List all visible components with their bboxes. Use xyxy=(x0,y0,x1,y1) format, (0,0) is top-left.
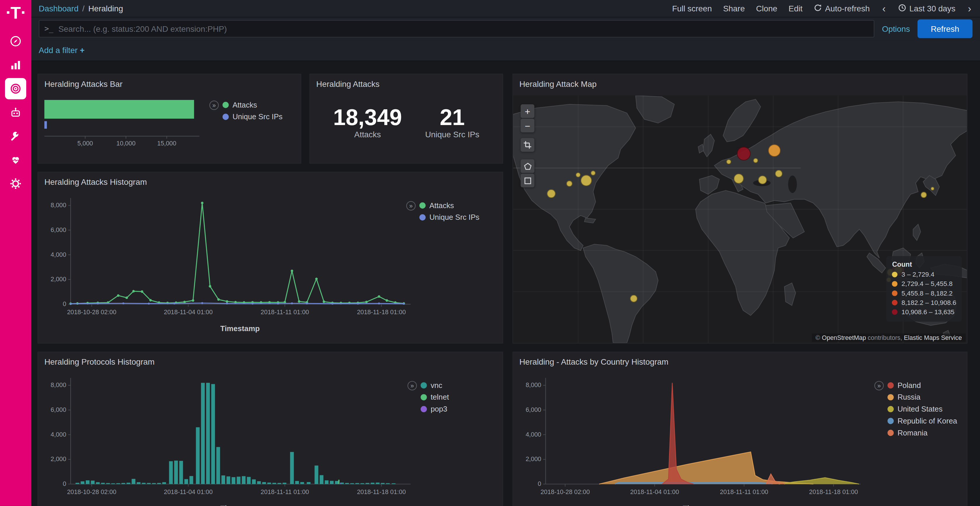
country-histogram-chart[interactable]: 02,0004,0006,0008,0002018-10-28 02:00201… xyxy=(517,373,867,500)
svg-text:2,000: 2,000 xyxy=(526,455,541,463)
legend-item[interactable]: Attacks xyxy=(223,101,283,109)
sidebar-item-dashboard[interactable] xyxy=(5,31,26,52)
options-link[interactable]: Options xyxy=(882,24,910,33)
sidebar-item-settings[interactable] xyxy=(5,173,26,194)
legend-item[interactable]: Unique Src IPs xyxy=(223,113,283,121)
attack-map-marker[interactable] xyxy=(566,181,572,187)
legend-color-dot xyxy=(419,202,426,208)
attack-map-marker[interactable] xyxy=(753,158,758,163)
svg-text:8,000: 8,000 xyxy=(51,202,67,209)
legend-item[interactable]: telnet xyxy=(421,393,449,402)
legend-color-dot xyxy=(223,114,229,120)
protocols-histogram-legend: »vnctelnetpop3 xyxy=(407,381,500,417)
attack-map-marker[interactable] xyxy=(734,174,744,184)
openstreetmap-link[interactable]: OpenStreetMap xyxy=(822,334,866,341)
attack-map-marker[interactable] xyxy=(737,147,751,160)
sidebar-item-health[interactable] xyxy=(5,149,26,171)
time-picker-button[interactable]: Last 30 days xyxy=(898,3,956,13)
legend-item[interactable]: pop3 xyxy=(421,405,449,414)
breadcrumb-bar: Dashboard / Heralding Full screen Share … xyxy=(31,0,980,17)
tpot-logo[interactable]: T xyxy=(7,6,24,21)
edit-button[interactable]: Edit xyxy=(789,4,803,13)
legend-label: Russia xyxy=(897,393,921,402)
attack-map-marker[interactable] xyxy=(630,295,638,302)
add-filter-link[interactable]: Add a filter + xyxy=(39,46,84,55)
map-legend-item: 10,908.6 – 13,635 xyxy=(892,308,956,316)
protocols-histogram-chart[interactable]: 02,0004,0006,0008,0002018-10-28 02:00201… xyxy=(42,373,417,500)
legend-item[interactable]: Unique Src IPs xyxy=(419,213,479,222)
legend-item[interactable]: Russia xyxy=(888,393,957,402)
refresh-button[interactable]: Refresh xyxy=(918,19,973,38)
attacks-histogram-chart[interactable]: 02,0004,0006,0008,0002018-10-28 02:00201… xyxy=(42,193,417,320)
target-icon xyxy=(10,82,22,95)
heartbeat-icon xyxy=(10,154,22,166)
attack-map-marker[interactable] xyxy=(590,171,596,176)
legend-expand-icon[interactable]: » xyxy=(874,381,884,390)
attack-map-marker[interactable] xyxy=(758,176,767,184)
search-box: >_ xyxy=(39,20,874,38)
svg-text:6,000: 6,000 xyxy=(526,406,541,413)
svg-text:15,000: 15,000 xyxy=(157,140,177,147)
box-zoom-tool-button[interactable] xyxy=(520,138,535,152)
attack-map-marker[interactable] xyxy=(775,170,783,178)
legend-item[interactable]: vnc xyxy=(421,381,449,390)
legend-label: Unique Src IPs xyxy=(430,213,479,222)
sidebar-item-security[interactable] xyxy=(5,78,26,99)
auto-refresh-button[interactable]: Auto-refresh xyxy=(814,3,870,13)
attack-map-marker[interactable] xyxy=(576,172,581,177)
full-screen-button[interactable]: Full screen xyxy=(672,4,712,13)
map-legend-color-dot xyxy=(892,271,898,277)
zoom-in-button[interactable]: + xyxy=(520,104,535,118)
attack-map-marker[interactable] xyxy=(547,189,555,198)
time-range-label: Last 30 days xyxy=(909,4,956,13)
legend-item[interactable]: Attacks xyxy=(419,201,479,210)
svg-text:6,000: 6,000 xyxy=(51,227,67,233)
elastic-maps-service-link[interactable]: Elastic Maps Service xyxy=(904,334,962,341)
legend-color-dot xyxy=(421,406,427,412)
time-forward-button[interactable]: › xyxy=(967,4,972,13)
query-prompt-icon: >_ xyxy=(45,24,53,33)
share-button[interactable]: Share xyxy=(723,4,745,13)
attack-map-marker[interactable] xyxy=(931,187,934,190)
map-attribution: © OpenStreetMap contributors, Elastic Ma… xyxy=(812,333,966,342)
panel-attacks-metric: Heralding Attacks 18,349Attacks21Unique … xyxy=(309,74,503,164)
legend-item[interactable]: United States xyxy=(888,405,957,414)
legend-item[interactable]: Poland xyxy=(888,381,957,390)
attribution-copyright: © xyxy=(816,334,822,341)
map-legend-color-dot xyxy=(892,290,898,295)
legend-expand-icon[interactable]: » xyxy=(209,101,219,110)
attack-map-marker[interactable] xyxy=(921,192,927,198)
legend-item[interactable]: Republic of Korea xyxy=(888,417,957,425)
legend-item[interactable]: Romania xyxy=(888,428,957,437)
attack-map[interactable]: + − Count 3 – 2,729.42,729.4 – 5,455.85,… xyxy=(513,95,967,343)
refresh-cycle-icon xyxy=(814,3,822,13)
svg-text:2018-10-28 02:00: 2018-10-28 02:00 xyxy=(67,309,116,316)
attack-map-marker[interactable] xyxy=(726,159,731,164)
legend-expand-icon[interactable]: » xyxy=(406,201,415,211)
map-legend-title: Count xyxy=(892,260,956,268)
legend-color-dot xyxy=(888,382,894,388)
legend-items: vnctelnetpop3 xyxy=(421,381,449,417)
search-input[interactable] xyxy=(58,24,869,33)
compass-icon xyxy=(10,35,22,48)
breadcrumb-dashboard-link[interactable]: Dashboard xyxy=(39,4,78,13)
svg-text:10,000: 10,000 xyxy=(116,140,135,147)
panel-title: Heralding Attacks xyxy=(310,75,503,91)
attacks-bar-chart[interactable]: 5,00010,00015,000 xyxy=(43,96,212,151)
sidebar-item-tools[interactable] xyxy=(5,125,26,147)
time-back-button[interactable]: ‹ xyxy=(881,4,887,13)
svg-text:2018-11-18 01:00: 2018-11-18 01:00 xyxy=(809,489,858,495)
svg-text:2018-11-11 01:00: 2018-11-11 01:00 xyxy=(261,489,309,495)
clone-button[interactable]: Clone xyxy=(756,4,777,13)
rectangle-draw-tool-button[interactable] xyxy=(520,174,535,187)
attack-map-marker[interactable] xyxy=(581,175,592,186)
polygon-draw-tool-button[interactable] xyxy=(520,159,535,173)
zoom-out-button[interactable]: − xyxy=(520,119,535,132)
sidebar-item-bot[interactable] xyxy=(5,102,26,123)
add-filter-label: Add a filter xyxy=(39,46,78,55)
attack-map-marker[interactable] xyxy=(768,144,781,157)
legend-expand-icon[interactable]: » xyxy=(407,381,417,390)
x-axis-title: Timestamp xyxy=(38,324,413,333)
sidebar-item-visualize[interactable] xyxy=(5,54,26,76)
legend-label: Unique Src IPs xyxy=(232,113,283,121)
